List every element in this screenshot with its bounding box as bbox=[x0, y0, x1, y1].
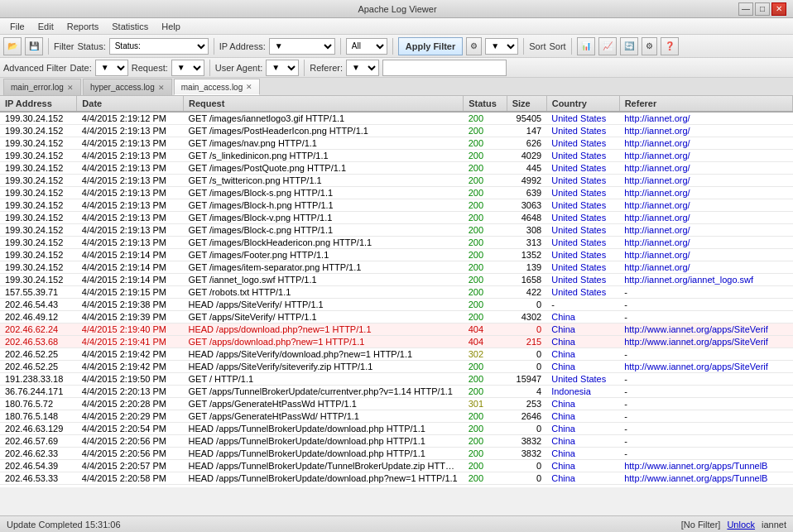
table-row[interactable]: 199.30.24.152 4/4/2015 2:19:14 PM GET /i… bbox=[0, 249, 793, 261]
chart-button[interactable]: 📈 bbox=[598, 37, 617, 55]
table-row[interactable]: 36.76.244.171 4/4/2015 2:20:13 PM GET /a… bbox=[0, 386, 793, 398]
menu-reports[interactable]: Reports bbox=[60, 20, 106, 33]
country-link[interactable]: China bbox=[551, 349, 575, 359]
table-row[interactable]: 199.30.24.152 4/4/2015 2:19:13 PM GET /i… bbox=[0, 237, 793, 249]
referer-link[interactable]: http://iannet.org/ bbox=[624, 188, 690, 198]
tab-hyper-access[interactable]: hyper_access.log ✕ bbox=[83, 79, 172, 95]
referer-link[interactable]: http://iannet.org/ bbox=[624, 262, 690, 272]
country-link[interactable]: United States bbox=[551, 275, 606, 285]
referer-link[interactable]: http://iannet.org/ bbox=[624, 237, 690, 247]
table-row[interactable]: 202.46.57.83 4/4/2015 2:20:59 PM HEAD /a… bbox=[0, 485, 793, 488]
status-select[interactable]: Status: bbox=[109, 38, 209, 55]
refresh-button[interactable]: 🔄 bbox=[620, 37, 638, 55]
tab-main-access-close[interactable]: ✕ bbox=[246, 83, 252, 91]
table-row[interactable]: 199.30.24.152 4/4/2015 2:19:12 PM GET /i… bbox=[0, 112, 793, 125]
country-link[interactable]: United States bbox=[551, 200, 606, 210]
referer-link[interactable]: http://iannet.org/ bbox=[624, 151, 690, 161]
referer-link[interactable]: http://iannet.org/ bbox=[624, 138, 690, 148]
country-link[interactable]: United States bbox=[551, 113, 606, 123]
menu-file[interactable]: File bbox=[3, 20, 31, 33]
filter-extra-select[interactable]: ▼ bbox=[485, 38, 518, 55]
table-row[interactable]: 199.30.24.152 4/4/2015 2:19:13 PM GET /i… bbox=[0, 137, 793, 150]
export-button[interactable]: 📊 bbox=[577, 37, 595, 55]
table-row[interactable]: 157.55.39.71 4/4/2015 2:19:15 PM GET /ro… bbox=[0, 286, 793, 299]
menu-help[interactable]: Help bbox=[155, 20, 187, 33]
referer-link[interactable]: http://iannet.org/ bbox=[624, 163, 690, 173]
referer-link[interactable]: http://iannet.org/ bbox=[624, 113, 690, 123]
country-link[interactable]: United States bbox=[551, 151, 606, 161]
table-row[interactable]: 202.46.52.25 4/4/2015 2:19:42 PM HEAD /a… bbox=[0, 361, 793, 373]
country-link[interactable]: China bbox=[551, 411, 575, 421]
referer-link[interactable]: http://www.iannet.org/apps/SiteVerif bbox=[624, 324, 768, 334]
maximize-button[interactable]: □ bbox=[755, 2, 770, 16]
col-ip[interactable]: IP Address bbox=[0, 96, 77, 112]
table-row[interactable]: 202.46.62.33 4/4/2015 2:20:56 PM HEAD /a… bbox=[0, 448, 793, 460]
table-row[interactable]: 180.76.5.148 4/4/2015 2:20:29 PM GET /ap… bbox=[0, 410, 793, 423]
country-link[interactable]: China bbox=[551, 461, 575, 471]
country-link[interactable]: China bbox=[551, 337, 575, 347]
country-link[interactable]: China bbox=[551, 486, 575, 487]
referer-select[interactable]: ▼ bbox=[346, 60, 379, 76]
tab-main-error[interactable]: main_error.log ✕ bbox=[3, 79, 81, 95]
country-link[interactable]: United States bbox=[551, 126, 606, 136]
table-row[interactable]: 202.46.62.24 4/4/2015 2:19:40 PM HEAD /a… bbox=[0, 324, 793, 336]
referer-input[interactable] bbox=[382, 60, 507, 76]
table-row[interactable]: 202.46.52.25 4/4/2015 2:19:42 PM HEAD /a… bbox=[0, 348, 793, 361]
date-select[interactable]: ▼ bbox=[95, 60, 128, 76]
country-link[interactable]: United States bbox=[551, 138, 606, 148]
country-link[interactable]: United States bbox=[551, 225, 606, 235]
apply-filter-button[interactable]: Apply Filter bbox=[398, 37, 464, 55]
table-row[interactable]: 180.76.5.72 4/4/2015 2:20:28 PM GET /app… bbox=[0, 398, 793, 410]
menu-edit[interactable]: Edit bbox=[31, 20, 60, 33]
col-country[interactable]: Country bbox=[546, 96, 619, 112]
open-button[interactable]: 📂 bbox=[3, 37, 22, 55]
request-select[interactable]: ▼ bbox=[171, 60, 204, 76]
country-link[interactable]: China bbox=[551, 362, 575, 371]
table-row[interactable]: 202.46.53.33 4/4/2015 2:20:58 PM HEAD /a… bbox=[0, 472, 793, 485]
col-request[interactable]: Request bbox=[183, 96, 463, 112]
country-link[interactable]: United States bbox=[551, 175, 606, 185]
close-button[interactable]: ✕ bbox=[771, 2, 786, 16]
table-row[interactable]: 202.46.54.43 4/4/2015 2:19:38 PM HEAD /a… bbox=[0, 299, 793, 311]
col-referer[interactable]: Referer bbox=[619, 96, 792, 112]
referer-link[interactable]: http://www.iannet.org/apps/SiteVerif bbox=[624, 337, 768, 347]
table-row[interactable]: 199.30.24.152 4/4/2015 2:19:13 PM GET /i… bbox=[0, 199, 793, 212]
table-row[interactable]: 202.46.63.129 4/4/2015 2:20:54 PM HEAD /… bbox=[0, 423, 793, 435]
country-link[interactable]: China bbox=[551, 399, 575, 409]
referer-link[interactable]: http://iannet.org/iannet_logo.swf bbox=[624, 275, 753, 285]
table-row[interactable]: 199.30.24.152 4/4/2015 2:19:13 PM GET /i… bbox=[0, 187, 793, 199]
table-row[interactable]: 202.46.57.69 4/4/2015 2:20:56 PM HEAD /a… bbox=[0, 435, 793, 448]
settings-button[interactable]: ⚙ bbox=[642, 37, 657, 55]
col-status[interactable]: Status bbox=[464, 96, 507, 112]
table-row[interactable]: 199.30.24.152 4/4/2015 2:19:13 PM GET /s… bbox=[0, 175, 793, 187]
country-link[interactable]: China bbox=[551, 312, 575, 322]
save-button[interactable]: 💾 bbox=[25, 37, 43, 55]
country-link[interactable]: United States bbox=[551, 287, 606, 297]
all-select[interactable]: All bbox=[346, 38, 387, 55]
country-link[interactable]: China bbox=[551, 436, 575, 446]
table-row[interactable]: 199.30.24.152 4/4/2015 2:19:13 PM GET /i… bbox=[0, 125, 793, 137]
tab-main-access[interactable]: main_access.log ✕ bbox=[174, 79, 260, 95]
country-link[interactable]: United States bbox=[551, 262, 606, 272]
col-date[interactable]: Date bbox=[77, 96, 184, 112]
referer-link[interactable]: http://www.iannet.org/apps/SiteVerif bbox=[624, 362, 768, 371]
minimize-button[interactable]: — bbox=[738, 2, 753, 16]
table-row[interactable]: 191.238.33.18 4/4/2015 2:19:50 PM GET / … bbox=[0, 373, 793, 386]
referer-link[interactable]: http://iannet.org/ bbox=[624, 250, 690, 260]
country-link[interactable]: United States bbox=[551, 163, 606, 173]
referer-link[interactable]: http://www.iannet.org/apps/TunnelB bbox=[624, 473, 767, 483]
country-link[interactable]: China bbox=[551, 473, 575, 483]
referer-link[interactable]: http://www.iannet.org/apps/TunnelB bbox=[624, 486, 767, 487]
table-row[interactable]: 199.30.24.152 4/4/2015 2:19:13 PM GET /i… bbox=[0, 212, 793, 224]
country-link[interactable]: China bbox=[551, 324, 575, 334]
tab-main-error-close[interactable]: ✕ bbox=[67, 84, 74, 92]
referer-link[interactable]: http://iannet.org/ bbox=[624, 200, 690, 210]
country-link[interactable]: China bbox=[551, 448, 575, 458]
col-size[interactable]: Size bbox=[507, 96, 546, 112]
country-link[interactable]: United States bbox=[551, 374, 606, 384]
table-row[interactable]: 202.46.54.39 4/4/2015 2:20:57 PM HEAD /a… bbox=[0, 460, 793, 472]
filter-options-button[interactable]: ⚙ bbox=[466, 37, 482, 55]
country-link[interactable]: Indonesia bbox=[551, 386, 591, 396]
referer-link[interactable]: http://iannet.org/ bbox=[624, 225, 690, 235]
table-row[interactable]: 199.30.24.152 4/4/2015 2:19:13 PM GET /i… bbox=[0, 162, 793, 175]
